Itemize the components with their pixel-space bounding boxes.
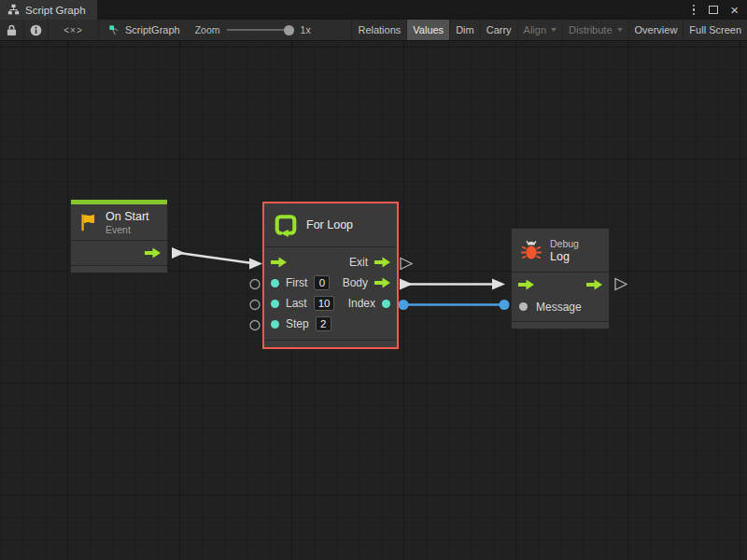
node-debug-log[interactable]: Debug Log Message xyxy=(511,228,610,329)
trigger-output-port[interactable] xyxy=(145,247,161,259)
enter-input-port[interactable] xyxy=(271,257,287,269)
values-button[interactable]: Values xyxy=(406,20,449,40)
node-on-start[interactable]: On Start Event xyxy=(70,199,168,273)
first-port-connector-icon[interactable] xyxy=(250,280,260,289)
chevron-down-icon xyxy=(551,28,557,32)
node-footer xyxy=(512,321,609,329)
tab-script-graph[interactable]: Script Graph xyxy=(0,0,97,20)
wire-body-to-debuglog[interactable] xyxy=(400,279,505,290)
port-row: Step 2 xyxy=(264,314,397,334)
message-input-port[interactable] xyxy=(519,302,528,311)
last-input-port[interactable] xyxy=(271,300,279,308)
port-row: Last 10 Index xyxy=(264,293,397,314)
node-footer xyxy=(71,265,167,273)
align-dropdown[interactable]: Align xyxy=(517,20,562,40)
first-input-port[interactable] xyxy=(271,279,279,287)
port-label: Step xyxy=(286,317,309,330)
port-label: Index xyxy=(348,297,375,310)
port-row: Exit xyxy=(264,252,397,273)
distribute-dropdown[interactable]: Distribute xyxy=(562,20,627,40)
relations-button[interactable]: Relations xyxy=(351,20,406,40)
port-label: Message xyxy=(536,301,582,314)
info-icon xyxy=(30,24,42,36)
zoom-slider[interactable] xyxy=(227,29,294,31)
exit-port-connector-icon[interactable] xyxy=(401,259,412,270)
graph-breadcrumb[interactable]: ScriptGraph xyxy=(99,20,190,40)
node-title: Log xyxy=(550,250,579,263)
port-label: First xyxy=(286,276,307,289)
step-input-port[interactable] xyxy=(271,320,279,329)
port-row: First 0 Body xyxy=(264,273,397,293)
last-port-connector-icon[interactable] xyxy=(250,301,260,310)
node-surtitle: Debug xyxy=(550,238,579,249)
node-subtitle: Event xyxy=(106,224,149,235)
index-output-port[interactable] xyxy=(382,300,390,308)
first-value-field[interactable]: 0 xyxy=(314,275,330,290)
lock-icon xyxy=(7,24,17,36)
zoom-control: Zoom 1x xyxy=(190,20,317,40)
window-controls xyxy=(691,0,747,20)
node-header: For Loop xyxy=(264,203,397,246)
chevron-down-icon xyxy=(617,28,623,32)
toolbar-toggle-group: Relations Values Dim Carry Align Distrib… xyxy=(351,20,747,40)
dim-button[interactable]: Dim xyxy=(449,20,480,40)
port-label: Exit xyxy=(349,256,368,269)
zoom-value: 1x xyxy=(301,24,311,35)
wire-onstart-to-forloop[interactable] xyxy=(172,247,262,270)
visual-scripting-window: Script Graph <×> xyxy=(0,0,747,560)
tab-title: Script Graph xyxy=(25,5,86,16)
node-for-loop[interactable]: For Loop Exit First 0 xyxy=(262,202,399,349)
overview-button[interactable]: Overview xyxy=(628,20,684,40)
title-bar: Script Graph xyxy=(0,0,747,20)
node-title: On Start xyxy=(106,210,149,223)
body-output-port[interactable] xyxy=(374,277,390,289)
graph-hierarchy-icon xyxy=(7,4,20,16)
script-graph-icon xyxy=(108,24,120,36)
graph-toolbar: <×> ScriptGraph Zoom 1x Relations Values… xyxy=(0,20,747,41)
full-screen-button[interactable]: Full Screen xyxy=(683,20,747,40)
node-header: Debug Log xyxy=(512,229,609,272)
step-value-field[interactable]: 2 xyxy=(316,316,331,331)
code-icon: <×> xyxy=(63,25,83,35)
port-row xyxy=(71,241,167,265)
bug-icon xyxy=(520,239,543,261)
graph-name: ScriptGraph xyxy=(125,24,180,35)
wire-index-to-message[interactable] xyxy=(399,300,510,310)
loop-icon xyxy=(274,213,298,237)
lock-button[interactable] xyxy=(0,20,24,40)
port-row xyxy=(512,273,609,297)
maximize-icon[interactable] xyxy=(709,6,718,14)
info-button[interactable] xyxy=(24,20,49,40)
zoom-slider-handle[interactable] xyxy=(284,25,294,35)
debug-exit-connector-icon[interactable] xyxy=(615,279,627,290)
node-footer xyxy=(264,340,397,347)
node-title: For Loop xyxy=(306,218,353,231)
node-header: On Start Event xyxy=(71,204,167,240)
last-value-field[interactable]: 10 xyxy=(314,296,335,311)
carry-button[interactable]: Carry xyxy=(480,20,517,40)
graph-canvas[interactable]: On Start Event For Loop xyxy=(0,41,747,560)
kebab-menu-icon[interactable] xyxy=(691,3,698,18)
flag-icon xyxy=(78,212,99,232)
port-label: Body xyxy=(343,276,368,289)
port-row: Message xyxy=(512,297,609,316)
titlebar-spacer xyxy=(97,0,691,20)
step-port-connector-icon[interactable] xyxy=(250,321,260,330)
close-icon[interactable] xyxy=(730,6,739,15)
zoom-label: Zoom xyxy=(195,24,220,35)
port-body: Exit First 0 Body xyxy=(264,247,397,340)
exit-output-port[interactable] xyxy=(586,279,602,291)
enter-input-port[interactable] xyxy=(518,279,534,291)
exit-output-port[interactable] xyxy=(374,257,390,269)
edit-script-button[interactable]: <×> xyxy=(49,20,99,40)
port-label: Last xyxy=(286,297,307,310)
